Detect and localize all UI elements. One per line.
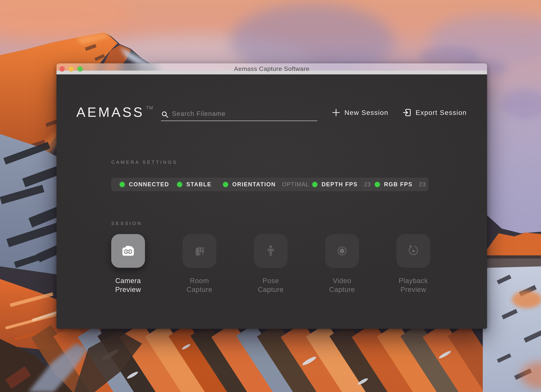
search-input[interactable] bbox=[172, 110, 317, 121]
tile-label-line2: Capture bbox=[254, 285, 288, 294]
titlebar: Aemass Capture Software bbox=[57, 63, 487, 74]
tile-label-line1: Video bbox=[325, 276, 359, 285]
tile-label-line2: Preview bbox=[396, 285, 430, 294]
status-dot-icon bbox=[120, 182, 125, 187]
export-session-label: Export Session bbox=[416, 109, 467, 117]
status-label: DEPTH FPS bbox=[322, 181, 358, 188]
tile-label: Playback Preview bbox=[396, 276, 430, 294]
status-item-stable: STABLE bbox=[177, 178, 218, 191]
camera-preview-tile[interactable] bbox=[111, 234, 145, 268]
record-icon bbox=[335, 244, 349, 258]
tile-label-line1: Playback bbox=[396, 276, 430, 285]
new-session-label: New Session bbox=[344, 109, 388, 117]
camera-icon bbox=[121, 244, 135, 258]
tile-label: Pose Capture bbox=[254, 276, 288, 294]
session-tiles: Camera Preview Room Capture bbox=[111, 234, 430, 294]
status-label: CONNECTED bbox=[129, 181, 169, 188]
tile-label-line2: Capture bbox=[325, 285, 359, 294]
window-title: Aemass Capture Software bbox=[57, 63, 487, 74]
status-dot-icon bbox=[375, 182, 380, 187]
tile-label: Video Capture bbox=[325, 276, 359, 294]
window-content: AEMASS TM New Session Export Session bbox=[57, 74, 487, 329]
session-heading: SESSION bbox=[111, 221, 142, 226]
tile-label-line1: Camera bbox=[111, 276, 145, 285]
tile-group-video-capture: Video Capture bbox=[325, 234, 359, 294]
brand-logo: AEMASS TM bbox=[76, 105, 153, 119]
tile-group-playback-preview: Playback Preview bbox=[396, 234, 430, 294]
status-item-depth-fps: DEPTH FPS 23 bbox=[312, 178, 371, 191]
status-value: OPTIMAL bbox=[282, 181, 309, 188]
new-session-button[interactable]: New Session bbox=[332, 104, 388, 121]
room-capture-icon bbox=[192, 244, 207, 258]
replay-icon bbox=[406, 244, 421, 258]
tile-label-line1: Room bbox=[182, 276, 216, 285]
search-field bbox=[161, 104, 317, 121]
status-value: 23 bbox=[419, 181, 426, 188]
pose-capture-tile[interactable] bbox=[254, 234, 288, 268]
export-icon bbox=[403, 108, 411, 117]
status-dot-icon bbox=[312, 182, 317, 187]
trademark-symbol: TM bbox=[146, 106, 153, 110]
tile-label-line1: Pose bbox=[254, 276, 288, 285]
status-label: STABLE bbox=[186, 181, 211, 188]
tile-label-line2: Capture bbox=[182, 285, 216, 294]
app-window: Aemass Capture Software AEMASS TM New S bbox=[57, 63, 487, 329]
tile-label: Room Capture bbox=[182, 276, 216, 294]
pose-capture-icon bbox=[263, 244, 278, 258]
video-capture-tile[interactable] bbox=[325, 234, 359, 268]
tile-label: Camera Preview bbox=[111, 276, 145, 294]
status-item-rgb-fps: RGB FPS 23 bbox=[375, 178, 426, 191]
traffic-lights bbox=[59, 63, 83, 74]
search-icon bbox=[161, 111, 168, 118]
room-capture-tile[interactable] bbox=[182, 234, 216, 268]
plus-icon bbox=[332, 109, 340, 117]
close-button[interactable] bbox=[59, 66, 65, 71]
status-value: 23 bbox=[364, 181, 371, 188]
brand-wordmark: AEMASS bbox=[76, 105, 144, 120]
minimize-button[interactable] bbox=[68, 66, 74, 71]
status-item-orientation: ORIENTATION OPTIMAL bbox=[223, 178, 309, 191]
tile-group-pose-capture: Pose Capture bbox=[254, 234, 288, 294]
status-dot-icon bbox=[177, 182, 182, 187]
camera-settings-heading: CAMERA SETTINGS bbox=[111, 159, 177, 165]
zoom-button[interactable] bbox=[78, 66, 83, 71]
export-session-button[interactable]: Export Session bbox=[403, 104, 467, 121]
status-label: ORIENTATION bbox=[232, 181, 276, 188]
status-dot-icon bbox=[223, 182, 228, 187]
tile-label-line2: Preview bbox=[111, 285, 145, 294]
playback-preview-tile[interactable] bbox=[396, 234, 430, 268]
tile-group-camera-preview: Camera Preview bbox=[111, 234, 145, 294]
status-item-connected: CONNECTED bbox=[120, 178, 175, 191]
camera-status-bar: CONNECTED STABLE ORIENTATION OPTIMAL DEP… bbox=[111, 178, 428, 191]
tile-group-room-capture: Room Capture bbox=[182, 234, 216, 294]
status-label: RGB FPS bbox=[384, 181, 413, 188]
